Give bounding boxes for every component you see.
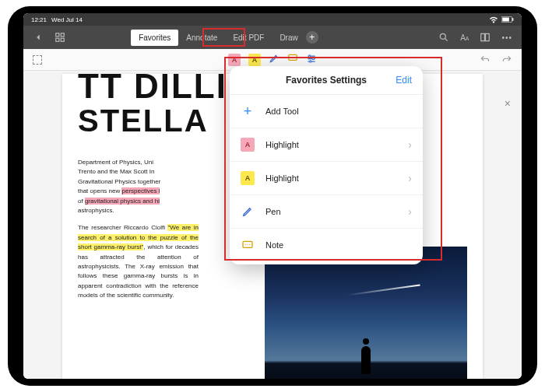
light-streak	[346, 284, 420, 296]
svg-line-8	[445, 39, 448, 41]
status-time: 12:21	[31, 16, 47, 23]
screen: 12:21 Wed Jul 14 Favorites Annotate Edit…	[23, 13, 522, 379]
search-icon[interactable]	[438, 32, 449, 43]
undo-icon[interactable]	[480, 54, 490, 65]
top-toolbar: Favorites Annotate Edit PDF Draw + AA ••…	[23, 26, 522, 49]
text-size-icon[interactable]: AA	[460, 33, 469, 42]
tutorial-highlight-tab	[202, 28, 245, 47]
svg-rect-6	[61, 38, 64, 41]
grid-icon[interactable]	[54, 32, 65, 43]
more-icon[interactable]: •••	[501, 33, 512, 42]
status-bar: 12:21 Wed Jul 14	[23, 13, 522, 26]
column-1: Department of Physics, UniTrento and the…	[78, 158, 199, 308]
highlight-pink-span: perspectives i	[121, 187, 160, 194]
close-icon[interactable]: ×	[505, 97, 511, 110]
svg-point-7	[440, 33, 445, 39]
highlight-pink-span: gravitational physics and hi	[85, 198, 160, 205]
tab-draw[interactable]: Draw	[272, 30, 305, 46]
tab-favorites[interactable]: Favorites	[131, 30, 178, 46]
selection-icon[interactable]	[33, 55, 42, 65]
tablet-frame: 12:21 Wed Jul 14 Favorites Annotate Edit…	[8, 6, 537, 386]
svg-rect-3	[56, 33, 59, 37]
svg-rect-5	[56, 38, 59, 41]
add-tab-button[interactable]: +	[306, 31, 318, 44]
svg-rect-2	[512, 18, 513, 21]
svg-rect-1	[502, 18, 509, 22]
person-silhouette	[354, 338, 378, 379]
redo-icon[interactable]	[501, 54, 512, 65]
tutorial-highlight-popover	[224, 57, 442, 261]
status-date: Wed Jul 14	[51, 16, 83, 23]
document-image	[265, 247, 467, 379]
battery-icon	[501, 16, 514, 23]
book-icon[interactable]	[480, 32, 490, 43]
wifi-icon	[489, 16, 498, 23]
back-icon[interactable]	[33, 32, 44, 43]
svg-rect-4	[61, 33, 64, 37]
